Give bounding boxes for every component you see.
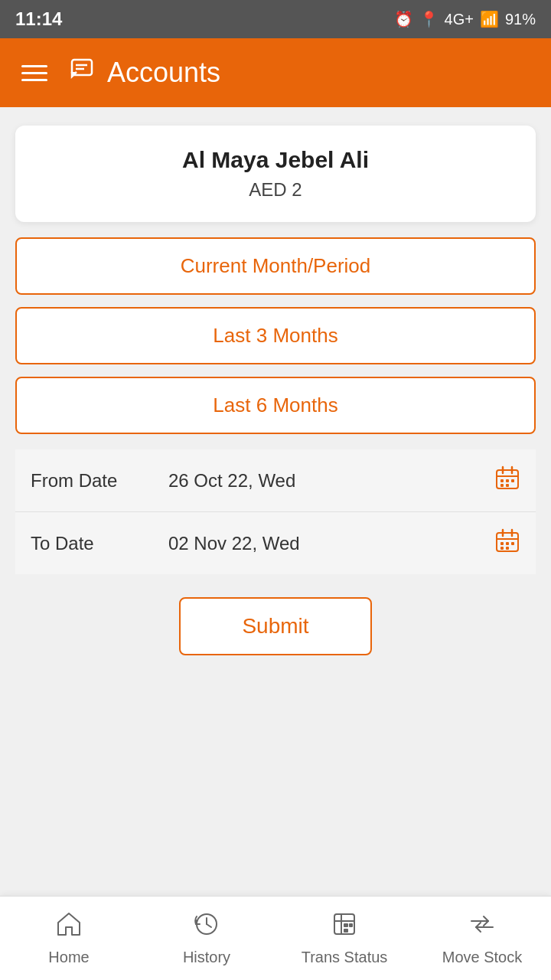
svg-rect-28	[344, 929, 348, 933]
svg-rect-9	[511, 479, 514, 482]
nav-item-home[interactable]: Home	[0, 903, 138, 974]
from-date-value: 26 Oct 22, Wed	[168, 470, 494, 492]
last-3-months-button[interactable]: Last 3 Months	[15, 307, 536, 364]
nav-item-history[interactable]: History	[138, 903, 276, 974]
account-card: Al Maya Jebel Ali AED 2	[15, 126, 536, 222]
trans-status-icon	[331, 910, 358, 944]
from-date-calendar-icon[interactable]	[494, 465, 520, 496]
to-date-calendar-icon[interactable]	[494, 528, 520, 559]
account-name: Al Maya Jebel Ali	[31, 147, 520, 173]
battery-icon: 91%	[505, 11, 536, 28]
svg-rect-11	[506, 484, 509, 487]
accounts-icon	[69, 55, 98, 90]
header-title-area: Accounts	[69, 55, 220, 90]
main-content: Al Maya Jebel Ali AED 2 Current Month/Pe…	[0, 107, 551, 896]
status-icons: ⏰ 📍 4G+ 📶 91%	[394, 10, 536, 28]
date-fields: From Date 26 Oct 22, Wed To Date 02 Nov …	[15, 449, 536, 574]
status-bar: 11:14 ⏰ 📍 4G+ 📶 91%	[0, 0, 551, 38]
current-month-button[interactable]: Current Month/Period	[15, 237, 536, 295]
nav-move-stock-label: Move Stock	[442, 949, 522, 966]
nav-item-move-stock[interactable]: Move Stock	[413, 903, 551, 974]
alarm-icon: ⏰	[394, 10, 413, 28]
svg-rect-19	[500, 547, 504, 550]
submit-button[interactable]: Submit	[179, 597, 371, 655]
home-icon	[55, 910, 83, 944]
location-icon: 📍	[419, 10, 439, 28]
svg-rect-20	[506, 547, 509, 550]
svg-rect-10	[500, 484, 504, 487]
nav-history-label: History	[183, 949, 230, 966]
history-icon	[193, 910, 220, 944]
from-date-label: From Date	[31, 470, 168, 492]
svg-rect-18	[511, 542, 514, 545]
svg-rect-29	[349, 923, 353, 927]
bottom-nav: Home History Trans Status	[0, 896, 551, 980]
to-date-value: 02 Nov 22, Wed	[168, 533, 494, 554]
signal-icon: 📶	[480, 10, 499, 28]
status-time: 11:14	[15, 8, 62, 30]
move-stock-icon	[468, 910, 496, 944]
to-date-row: To Date 02 Nov 22, Wed	[15, 512, 536, 574]
svg-rect-16	[500, 542, 504, 545]
last-6-months-button[interactable]: Last 6 Months	[15, 377, 536, 434]
svg-rect-8	[506, 479, 509, 482]
network-icon: 4G+	[445, 11, 474, 28]
to-date-label: To Date	[31, 533, 168, 554]
svg-line-23	[207, 924, 211, 927]
svg-rect-27	[344, 923, 348, 927]
account-balance: AED 2	[31, 179, 520, 201]
submit-area: Submit	[15, 590, 536, 663]
nav-home-label: Home	[48, 949, 89, 966]
svg-rect-17	[506, 542, 509, 545]
app-header: Accounts	[0, 38, 551, 107]
nav-item-trans-status[interactable]: Trans Status	[276, 903, 413, 974]
svg-rect-7	[500, 479, 504, 482]
period-buttons: Current Month/Period Last 3 Months Last …	[15, 237, 536, 434]
from-date-row: From Date 26 Oct 22, Wed	[15, 449, 536, 512]
header-title: Accounts	[107, 57, 220, 89]
nav-trans-status-label: Trans Status	[302, 949, 388, 966]
menu-button[interactable]	[18, 62, 51, 84]
